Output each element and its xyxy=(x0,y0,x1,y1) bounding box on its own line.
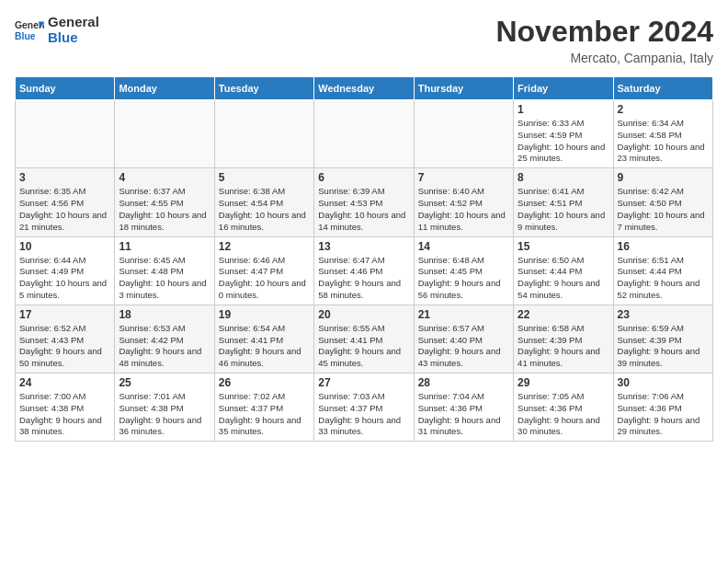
day-number: 9 xyxy=(618,171,709,184)
calendar-cell: 6Sunrise: 6:39 AM Sunset: 4:53 PM Daylig… xyxy=(314,168,414,236)
calendar-cell: 14Sunrise: 6:48 AM Sunset: 4:45 PM Dayli… xyxy=(414,236,513,304)
day-number: 28 xyxy=(418,376,509,389)
calendar-cell: 3Sunrise: 6:35 AM Sunset: 4:56 PM Daylig… xyxy=(16,168,115,236)
calendar-cell: 10Sunrise: 6:44 AM Sunset: 4:49 PM Dayli… xyxy=(16,236,115,304)
day-number: 17 xyxy=(19,308,110,321)
day-number: 19 xyxy=(219,308,310,321)
calendar-cell: 25Sunrise: 7:01 AM Sunset: 4:38 PM Dayli… xyxy=(115,373,214,442)
day-number: 23 xyxy=(618,308,709,321)
calendar-cell: 5Sunrise: 6:38 AM Sunset: 4:54 PM Daylig… xyxy=(214,168,313,236)
weekday-header-sunday: Sunday xyxy=(16,77,115,100)
day-info: Sunrise: 7:02 AM Sunset: 4:37 PM Dayligh… xyxy=(219,391,310,438)
weekday-header-tuesday: Tuesday xyxy=(214,77,313,100)
calendar-cell: 22Sunrise: 6:58 AM Sunset: 4:39 PM Dayli… xyxy=(514,304,613,373)
day-number: 20 xyxy=(318,308,409,321)
calendar-cell: 1Sunrise: 6:33 AM Sunset: 4:59 PM Daylig… xyxy=(514,100,613,168)
weekday-row: SundayMondayTuesdayWednesdayThursdayFrid… xyxy=(16,77,713,100)
day-info: Sunrise: 6:50 AM Sunset: 4:44 PM Dayligh… xyxy=(518,255,609,302)
day-number: 16 xyxy=(618,240,709,253)
day-number: 22 xyxy=(518,308,609,321)
day-info: Sunrise: 6:37 AM Sunset: 4:55 PM Dayligh… xyxy=(119,186,210,233)
day-number: 18 xyxy=(119,308,210,321)
calendar-body: 1Sunrise: 6:33 AM Sunset: 4:59 PM Daylig… xyxy=(16,100,713,442)
day-info: Sunrise: 6:41 AM Sunset: 4:51 PM Dayligh… xyxy=(518,186,609,233)
day-info: Sunrise: 6:58 AM Sunset: 4:39 PM Dayligh… xyxy=(518,323,609,370)
svg-text:Blue: Blue xyxy=(15,30,36,40)
calendar-cell xyxy=(115,100,214,168)
day-number: 12 xyxy=(219,240,310,253)
logo-blue-text: Blue xyxy=(48,30,99,46)
calendar-table: SundayMondayTuesdayWednesdayThursdayFrid… xyxy=(15,76,713,442)
calendar-cell xyxy=(214,100,313,168)
calendar-cell: 7Sunrise: 6:40 AM Sunset: 4:52 PM Daylig… xyxy=(414,168,513,236)
calendar-week-4: 17Sunrise: 6:52 AM Sunset: 4:43 PM Dayli… xyxy=(16,304,713,373)
day-number: 8 xyxy=(518,171,609,184)
calendar-cell: 20Sunrise: 6:55 AM Sunset: 4:41 PM Dayli… xyxy=(314,304,414,373)
calendar-cell: 28Sunrise: 7:04 AM Sunset: 4:36 PM Dayli… xyxy=(414,373,513,442)
calendar-cell: 30Sunrise: 7:06 AM Sunset: 4:36 PM Dayli… xyxy=(613,373,712,442)
day-number: 21 xyxy=(418,308,509,321)
day-info: Sunrise: 6:38 AM Sunset: 4:54 PM Dayligh… xyxy=(219,186,310,233)
logo: General Blue General Blue xyxy=(15,15,99,45)
day-number: 5 xyxy=(219,171,310,184)
day-info: Sunrise: 7:03 AM Sunset: 4:37 PM Dayligh… xyxy=(318,391,409,438)
day-info: Sunrise: 6:44 AM Sunset: 4:49 PM Dayligh… xyxy=(19,255,110,302)
day-info: Sunrise: 6:59 AM Sunset: 4:39 PM Dayligh… xyxy=(618,323,709,370)
day-info: Sunrise: 7:04 AM Sunset: 4:36 PM Dayligh… xyxy=(418,391,509,438)
day-number: 26 xyxy=(219,376,310,389)
day-info: Sunrise: 6:42 AM Sunset: 4:50 PM Dayligh… xyxy=(618,186,709,233)
calendar-week-5: 24Sunrise: 7:00 AM Sunset: 4:38 PM Dayli… xyxy=(16,373,713,442)
day-number: 2 xyxy=(618,103,709,116)
day-number: 24 xyxy=(19,376,110,389)
weekday-header-saturday: Saturday xyxy=(613,77,712,100)
calendar-cell: 9Sunrise: 6:42 AM Sunset: 4:50 PM Daylig… xyxy=(613,168,712,236)
day-info: Sunrise: 6:46 AM Sunset: 4:47 PM Dayligh… xyxy=(219,255,310,302)
day-number: 7 xyxy=(418,171,509,184)
calendar-cell: 15Sunrise: 6:50 AM Sunset: 4:44 PM Dayli… xyxy=(514,236,613,304)
month-title: November 2024 xyxy=(495,15,713,49)
day-info: Sunrise: 6:52 AM Sunset: 4:43 PM Dayligh… xyxy=(19,323,110,370)
day-info: Sunrise: 6:51 AM Sunset: 4:44 PM Dayligh… xyxy=(618,255,709,302)
day-info: Sunrise: 6:35 AM Sunset: 4:56 PM Dayligh… xyxy=(19,186,110,233)
calendar-cell: 26Sunrise: 7:02 AM Sunset: 4:37 PM Dayli… xyxy=(214,373,313,442)
calendar-cell: 4Sunrise: 6:37 AM Sunset: 4:55 PM Daylig… xyxy=(115,168,214,236)
calendar-cell: 19Sunrise: 6:54 AM Sunset: 4:41 PM Dayli… xyxy=(214,304,313,373)
day-info: Sunrise: 6:34 AM Sunset: 4:58 PM Dayligh… xyxy=(618,118,709,165)
day-info: Sunrise: 6:57 AM Sunset: 4:40 PM Dayligh… xyxy=(418,323,509,370)
day-number: 30 xyxy=(618,376,709,389)
logo-icon: General Blue xyxy=(15,16,44,45)
day-number: 11 xyxy=(119,240,210,253)
calendar-cell: 17Sunrise: 6:52 AM Sunset: 4:43 PM Dayli… xyxy=(16,304,115,373)
calendar-cell xyxy=(414,100,513,168)
calendar-cell: 8Sunrise: 6:41 AM Sunset: 4:51 PM Daylig… xyxy=(514,168,613,236)
calendar-header: SundayMondayTuesdayWednesdayThursdayFrid… xyxy=(16,77,713,100)
calendar-cell: 23Sunrise: 6:59 AM Sunset: 4:39 PM Dayli… xyxy=(613,304,712,373)
weekday-header-thursday: Thursday xyxy=(414,77,513,100)
day-info: Sunrise: 7:06 AM Sunset: 4:36 PM Dayligh… xyxy=(618,391,709,438)
day-info: Sunrise: 6:48 AM Sunset: 4:45 PM Dayligh… xyxy=(418,255,509,302)
day-number: 3 xyxy=(19,171,110,184)
calendar-cell: 21Sunrise: 6:57 AM Sunset: 4:40 PM Dayli… xyxy=(414,304,513,373)
weekday-header-monday: Monday xyxy=(115,77,214,100)
calendar-cell xyxy=(16,100,115,168)
calendar-week-1: 1Sunrise: 6:33 AM Sunset: 4:59 PM Daylig… xyxy=(16,100,713,168)
day-number: 25 xyxy=(119,376,210,389)
day-info: Sunrise: 7:05 AM Sunset: 4:36 PM Dayligh… xyxy=(518,391,609,438)
day-number: 13 xyxy=(318,240,409,253)
day-info: Sunrise: 6:40 AM Sunset: 4:52 PM Dayligh… xyxy=(418,186,509,233)
day-number: 6 xyxy=(318,171,409,184)
day-info: Sunrise: 7:00 AM Sunset: 4:38 PM Dayligh… xyxy=(19,391,110,438)
day-info: Sunrise: 6:47 AM Sunset: 4:46 PM Dayligh… xyxy=(318,255,409,302)
logo-general-text: General xyxy=(48,15,99,30)
day-number: 15 xyxy=(518,240,609,253)
day-info: Sunrise: 7:01 AM Sunset: 4:38 PM Dayligh… xyxy=(119,391,210,438)
weekday-header-friday: Friday xyxy=(514,77,613,100)
day-number: 29 xyxy=(518,376,609,389)
calendar-cell: 13Sunrise: 6:47 AM Sunset: 4:46 PM Dayli… xyxy=(314,236,414,304)
day-number: 27 xyxy=(318,376,409,389)
day-number: 4 xyxy=(119,171,210,184)
day-info: Sunrise: 6:33 AM Sunset: 4:59 PM Dayligh… xyxy=(518,118,609,165)
weekday-header-wednesday: Wednesday xyxy=(314,77,414,100)
location-text: Mercato, Campania, Italy xyxy=(495,51,713,65)
day-info: Sunrise: 6:55 AM Sunset: 4:41 PM Dayligh… xyxy=(318,323,409,370)
